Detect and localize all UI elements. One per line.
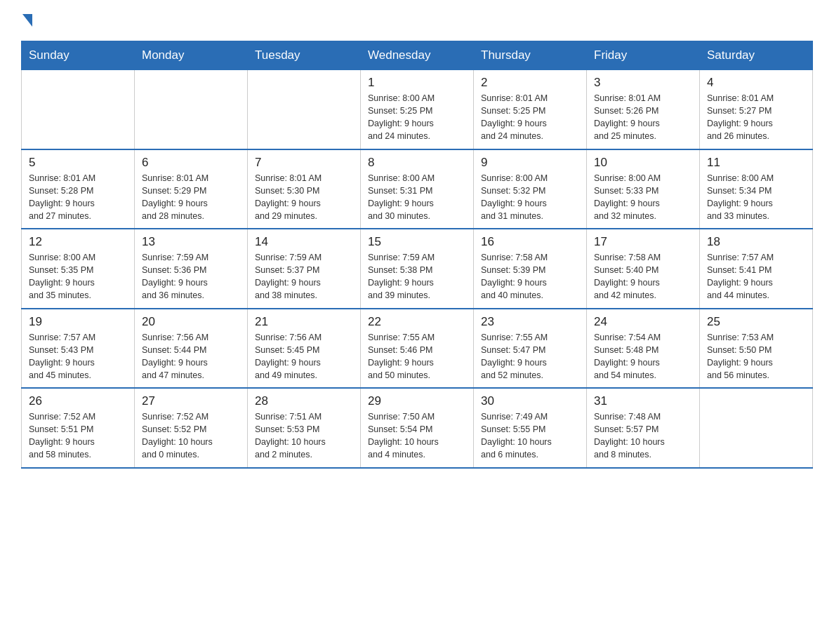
day-number: 30	[481, 394, 579, 408]
logo	[21, 14, 32, 28]
day-number: 6	[142, 156, 240, 170]
calendar-cell: 28Sunrise: 7:51 AMSunset: 5:53 PMDayligh…	[248, 388, 361, 468]
day-info: Sunrise: 7:59 AMSunset: 5:37 PMDaylight:…	[255, 251, 353, 302]
calendar-cell: 10Sunrise: 8:00 AMSunset: 5:33 PMDayligh…	[587, 149, 700, 229]
day-info: Sunrise: 8:00 AMSunset: 5:32 PMDaylight:…	[481, 172, 579, 223]
calendar-cell: 20Sunrise: 7:56 AMSunset: 5:44 PMDayligh…	[135, 309, 248, 389]
day-info: Sunrise: 8:01 AMSunset: 5:30 PMDaylight:…	[255, 172, 353, 223]
day-info: Sunrise: 7:52 AMSunset: 5:52 PMDaylight:…	[142, 410, 240, 462]
day-info: Sunrise: 7:59 AMSunset: 5:38 PMDaylight:…	[368, 251, 466, 302]
col-header-monday: Monday	[135, 41, 248, 70]
calendar-cell	[248, 70, 361, 149]
day-number: 14	[255, 235, 353, 249]
calendar-cell	[700, 388, 813, 468]
day-info: Sunrise: 8:00 AMSunset: 5:31 PMDaylight:…	[368, 172, 466, 223]
day-number: 25	[707, 315, 805, 329]
col-header-thursday: Thursday	[474, 41, 587, 70]
day-number: 20	[142, 315, 240, 329]
day-info: Sunrise: 8:01 AMSunset: 5:26 PMDaylight:…	[594, 92, 692, 143]
day-info: Sunrise: 7:58 AMSunset: 5:40 PMDaylight:…	[594, 251, 692, 302]
day-number: 23	[481, 315, 579, 329]
day-number: 10	[594, 156, 692, 170]
day-info: Sunrise: 7:55 AMSunset: 5:46 PMDaylight:…	[368, 331, 466, 382]
calendar-cell: 7Sunrise: 8:01 AMSunset: 5:30 PMDaylight…	[248, 149, 361, 229]
day-number: 9	[481, 156, 579, 170]
day-number: 21	[255, 315, 353, 329]
day-info: Sunrise: 7:48 AMSunset: 5:57 PMDaylight:…	[594, 410, 692, 462]
day-info: Sunrise: 7:56 AMSunset: 5:45 PMDaylight:…	[255, 331, 353, 382]
day-number: 28	[255, 394, 353, 408]
calendar-cell: 12Sunrise: 8:00 AMSunset: 5:35 PMDayligh…	[22, 229, 135, 309]
day-number: 4	[707, 76, 805, 90]
calendar-cell: 31Sunrise: 7:48 AMSunset: 5:57 PMDayligh…	[587, 388, 700, 468]
day-info: Sunrise: 8:00 AMSunset: 5:25 PMDaylight:…	[368, 92, 466, 143]
calendar-cell: 3Sunrise: 8:01 AMSunset: 5:26 PMDaylight…	[587, 70, 700, 149]
day-number: 12	[29, 235, 127, 249]
calendar-cell: 8Sunrise: 8:00 AMSunset: 5:31 PMDaylight…	[361, 149, 474, 229]
calendar-cell: 16Sunrise: 7:58 AMSunset: 5:39 PMDayligh…	[474, 229, 587, 309]
week-row-1: 5Sunrise: 8:01 AMSunset: 5:28 PMDaylight…	[22, 149, 813, 229]
calendar-cell: 13Sunrise: 7:59 AMSunset: 5:36 PMDayligh…	[135, 229, 248, 309]
calendar-header: SundayMondayTuesdayWednesdayThursdayFrid…	[22, 41, 813, 70]
calendar-cell: 2Sunrise: 8:01 AMSunset: 5:25 PMDaylight…	[474, 70, 587, 149]
day-info: Sunrise: 8:00 AMSunset: 5:33 PMDaylight:…	[594, 172, 692, 223]
calendar-cell: 21Sunrise: 7:56 AMSunset: 5:45 PMDayligh…	[248, 309, 361, 389]
day-info: Sunrise: 8:01 AMSunset: 5:25 PMDaylight:…	[481, 92, 579, 143]
calendar-cell: 27Sunrise: 7:52 AMSunset: 5:52 PMDayligh…	[135, 388, 248, 468]
day-info: Sunrise: 8:01 AMSunset: 5:28 PMDaylight:…	[29, 172, 127, 223]
day-number: 18	[707, 235, 805, 249]
day-number: 29	[368, 394, 466, 408]
calendar-cell: 6Sunrise: 8:01 AMSunset: 5:29 PMDaylight…	[135, 149, 248, 229]
calendar-body: 1Sunrise: 8:00 AMSunset: 5:25 PMDaylight…	[22, 70, 813, 468]
col-header-wednesday: Wednesday	[361, 41, 474, 70]
day-number: 2	[481, 76, 579, 90]
week-row-2: 12Sunrise: 8:00 AMSunset: 5:35 PMDayligh…	[22, 229, 813, 309]
day-info: Sunrise: 7:52 AMSunset: 5:51 PMDaylight:…	[29, 410, 127, 462]
calendar-cell: 15Sunrise: 7:59 AMSunset: 5:38 PMDayligh…	[361, 229, 474, 309]
col-header-saturday: Saturday	[700, 41, 813, 70]
day-info: Sunrise: 7:57 AMSunset: 5:43 PMDaylight:…	[29, 331, 127, 382]
day-number: 13	[142, 235, 240, 249]
day-number: 1	[368, 76, 466, 90]
day-info: Sunrise: 8:00 AMSunset: 5:35 PMDaylight:…	[29, 251, 127, 302]
day-info: Sunrise: 7:59 AMSunset: 5:36 PMDaylight:…	[142, 251, 240, 302]
calendar-cell: 1Sunrise: 8:00 AMSunset: 5:25 PMDaylight…	[361, 70, 474, 149]
col-header-sunday: Sunday	[22, 41, 135, 70]
calendar-cell: 14Sunrise: 7:59 AMSunset: 5:37 PMDayligh…	[248, 229, 361, 309]
calendar-cell: 22Sunrise: 7:55 AMSunset: 5:46 PMDayligh…	[361, 309, 474, 389]
calendar-cell: 5Sunrise: 8:01 AMSunset: 5:28 PMDaylight…	[22, 149, 135, 229]
week-row-3: 19Sunrise: 7:57 AMSunset: 5:43 PMDayligh…	[22, 309, 813, 389]
day-info: Sunrise: 8:00 AMSunset: 5:34 PMDaylight:…	[707, 172, 805, 223]
day-number: 17	[594, 235, 692, 249]
day-info: Sunrise: 7:53 AMSunset: 5:50 PMDaylight:…	[707, 331, 805, 382]
calendar-cell: 11Sunrise: 8:00 AMSunset: 5:34 PMDayligh…	[700, 149, 813, 229]
calendar-cell: 26Sunrise: 7:52 AMSunset: 5:51 PMDayligh…	[22, 388, 135, 468]
day-info: Sunrise: 7:51 AMSunset: 5:53 PMDaylight:…	[255, 410, 353, 462]
day-number: 27	[142, 394, 240, 408]
day-info: Sunrise: 7:54 AMSunset: 5:48 PMDaylight:…	[594, 331, 692, 382]
day-number: 5	[29, 156, 127, 170]
day-info: Sunrise: 7:58 AMSunset: 5:39 PMDaylight:…	[481, 251, 579, 302]
calendar-cell: 19Sunrise: 7:57 AMSunset: 5:43 PMDayligh…	[22, 309, 135, 389]
day-number: 16	[481, 235, 579, 249]
calendar-cell: 18Sunrise: 7:57 AMSunset: 5:41 PMDayligh…	[700, 229, 813, 309]
day-number: 7	[255, 156, 353, 170]
day-info: Sunrise: 7:56 AMSunset: 5:44 PMDaylight:…	[142, 331, 240, 382]
day-info: Sunrise: 7:50 AMSunset: 5:54 PMDaylight:…	[368, 410, 466, 462]
calendar-cell: 24Sunrise: 7:54 AMSunset: 5:48 PMDayligh…	[587, 309, 700, 389]
day-number: 24	[594, 315, 692, 329]
day-number: 3	[594, 76, 692, 90]
day-number: 8	[368, 156, 466, 170]
day-info: Sunrise: 7:57 AMSunset: 5:41 PMDaylight:…	[707, 251, 805, 302]
calendar-cell: 4Sunrise: 8:01 AMSunset: 5:27 PMDaylight…	[700, 70, 813, 149]
week-row-4: 26Sunrise: 7:52 AMSunset: 5:51 PMDayligh…	[22, 388, 813, 468]
day-info: Sunrise: 8:01 AMSunset: 5:27 PMDaylight:…	[707, 92, 805, 143]
calendar-cell	[135, 70, 248, 149]
col-header-friday: Friday	[587, 41, 700, 70]
calendar-cell: 17Sunrise: 7:58 AMSunset: 5:40 PMDayligh…	[587, 229, 700, 309]
calendar-cell: 29Sunrise: 7:50 AMSunset: 5:54 PMDayligh…	[361, 388, 474, 468]
days-of-week-row: SundayMondayTuesdayWednesdayThursdayFrid…	[22, 41, 813, 70]
day-number: 11	[707, 156, 805, 170]
calendar-cell: 23Sunrise: 7:55 AMSunset: 5:47 PMDayligh…	[474, 309, 587, 389]
day-number: 22	[368, 315, 466, 329]
